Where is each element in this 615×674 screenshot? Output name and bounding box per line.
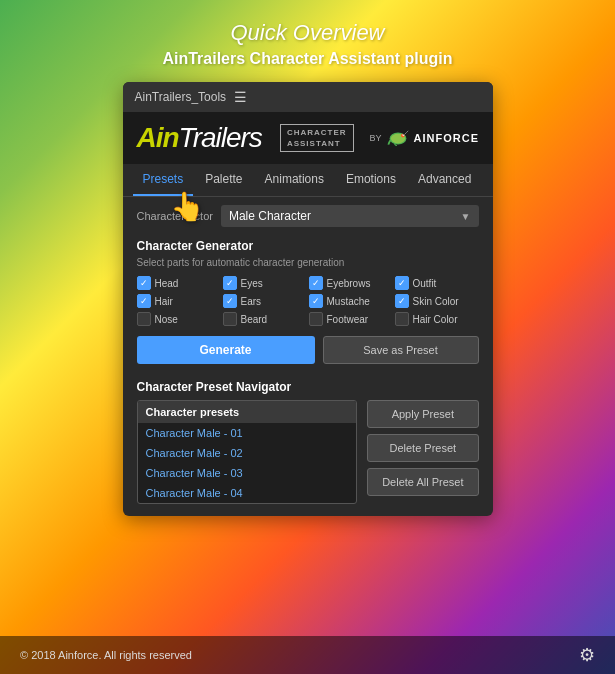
checkbox-hair-box[interactable] (137, 294, 151, 308)
checkbox-skin-color[interactable]: Skin Color (395, 294, 479, 308)
character-generator-section: Character Generator Select parts for aut… (123, 235, 493, 374)
preset-navigator: Character Preset Navigator Character pre… (123, 374, 493, 516)
checkbox-footwear-label: Footwear (327, 314, 369, 325)
delete-preset-button[interactable]: Delete Preset (367, 434, 478, 462)
ainforce-text: AINFORCE (414, 132, 479, 144)
checkbox-nose-box[interactable] (137, 312, 151, 326)
checkbox-ears-label: Ears (241, 296, 262, 307)
checkbox-footwear[interactable]: Footwear (309, 312, 393, 326)
footer-copyright: © 2018 Ainforce. All rights reserved (20, 649, 192, 661)
list-item-3[interactable]: Character Male - 03 (138, 463, 357, 483)
chameleon-icon (386, 129, 410, 147)
checkboxes-grid: Head Eyes Eyebrows Outfit Hair Ears (137, 276, 479, 326)
checkbox-beard-label: Beard (241, 314, 268, 325)
checkbox-head[interactable]: Head (137, 276, 221, 290)
logo-main: AinTrailers (137, 122, 262, 154)
checkbox-nose[interactable]: Nose (137, 312, 221, 326)
generator-desc: Select parts for automatic character gen… (137, 257, 479, 268)
checkbox-eyes[interactable]: Eyes (223, 276, 307, 290)
checkbox-hair-color-box[interactable] (395, 312, 409, 326)
checkbox-eyebrows-label: Eyebrows (327, 278, 371, 289)
checkbox-beard-box[interactable] (223, 312, 237, 326)
logo-badge: CHARACTER ASSISTANT (280, 124, 354, 152)
preset-layout: Character presets Character Male - 01 Ch… (137, 400, 479, 504)
preset-action-buttons: Apply Preset Delete Preset Delete All Pr… (367, 400, 478, 496)
settings-icon[interactable]: ⚙ (579, 644, 595, 666)
logo-ain: Ain (137, 122, 179, 154)
checkbox-skin-color-box[interactable] (395, 294, 409, 308)
checkbox-outfit-box[interactable] (395, 276, 409, 290)
checkbox-ears[interactable]: Ears (223, 294, 307, 308)
checkbox-outfit-label: Outfit (413, 278, 437, 289)
actor-label: Character Actor (137, 210, 213, 222)
svg-point-4 (403, 134, 404, 135)
preset-list-container: Character presets Character Male - 01 Ch… (137, 400, 358, 504)
plugin-subtitle: AinTrailers Character Assistant plugin (162, 50, 452, 68)
hamburger-icon[interactable]: ☰ (234, 89, 247, 105)
preset-list-header: Character presets (138, 401, 357, 423)
checkbox-hair[interactable]: Hair (137, 294, 221, 308)
panel-header: AinTrailers_Tools ☰ (123, 82, 493, 112)
tab-palette[interactable]: Palette (195, 164, 252, 196)
checkbox-eyebrows[interactable]: Eyebrows (309, 276, 393, 290)
logo-trailers: Trailers (179, 122, 262, 154)
nav-tabs: Presets Palette Animations Emotions Adva… (123, 164, 493, 197)
actor-dropdown-value: Male Character (229, 209, 455, 223)
actor-row: Character Actor Male Character ▼ (123, 197, 493, 235)
checkbox-hair-label: Hair (155, 296, 173, 307)
generate-button[interactable]: Generate (137, 336, 315, 364)
main-panel: AinTrailers_Tools ☰ AinTrailers CHARACTE… (123, 82, 493, 516)
checkbox-skin-color-label: Skin Color (413, 296, 459, 307)
checkbox-eyebrows-box[interactable] (309, 276, 323, 290)
tab-animations[interactable]: Animations (255, 164, 334, 196)
checkbox-hair-color[interactable]: Hair Color (395, 312, 479, 326)
footer: © 2018 Ainforce. All rights reserved ⚙ (0, 636, 615, 674)
checkbox-mustache-box[interactable] (309, 294, 323, 308)
checkbox-ears-box[interactable] (223, 294, 237, 308)
tab-presets[interactable]: Presets (133, 164, 194, 196)
generator-title: Character Generator (137, 239, 479, 253)
checkbox-eyes-box[interactable] (223, 276, 237, 290)
list-item-2[interactable]: Character Male - 02 (138, 443, 357, 463)
checkbox-beard[interactable]: Beard (223, 312, 307, 326)
list-item-4[interactable]: Character Male - 04 (138, 483, 357, 503)
checkbox-nose-label: Nose (155, 314, 178, 325)
actor-dropdown[interactable]: Male Character ▼ (221, 205, 479, 227)
generator-buttons: Generate Save as Preset (137, 336, 479, 364)
checkbox-eyes-label: Eyes (241, 278, 263, 289)
checkbox-hair-color-label: Hair Color (413, 314, 458, 325)
checkbox-footwear-box[interactable] (309, 312, 323, 326)
panel-title: AinTrailers_Tools (135, 90, 227, 104)
save-preset-button[interactable]: Save as Preset (323, 336, 479, 364)
apply-preset-button[interactable]: Apply Preset (367, 400, 478, 428)
tab-emotions[interactable]: Emotions (336, 164, 406, 196)
list-item-1[interactable]: Character Male - 01 (138, 423, 357, 443)
logo-area: AinTrailers CHARACTER ASSISTANT BY AINFO… (123, 112, 493, 164)
checkbox-mustache-label: Mustache (327, 296, 370, 307)
delete-all-preset-button[interactable]: Delete All Preset (367, 468, 478, 496)
checkbox-outfit[interactable]: Outfit (395, 276, 479, 290)
preset-navigator-title: Character Preset Navigator (137, 380, 479, 394)
checkbox-mustache[interactable]: Mustache (309, 294, 393, 308)
quick-overview-title: Quick Overview (162, 20, 452, 46)
checkbox-head-label: Head (155, 278, 179, 289)
logo-by: BY AINFORCE (370, 129, 479, 147)
checkbox-head-box[interactable] (137, 276, 151, 290)
tab-advanced[interactable]: Advanced (408, 164, 481, 196)
dropdown-arrow-icon: ▼ (461, 211, 471, 222)
